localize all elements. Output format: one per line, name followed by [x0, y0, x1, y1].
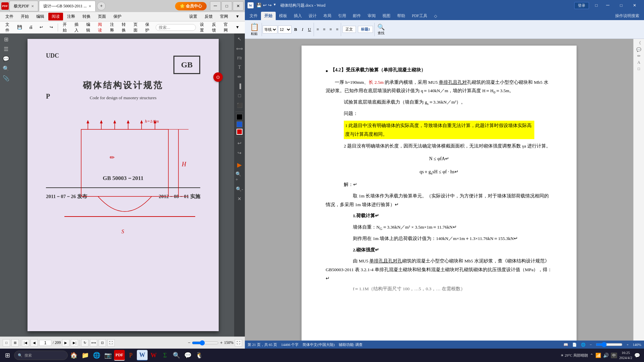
pdf-sidebar-thumbnail[interactable]: ⊞: [4, 36, 8, 43]
pdf-fullscreen[interactable]: ⛶: [107, 339, 115, 347]
word-tab-insert[interactable]: 插入: [290, 12, 305, 20]
pdf-menu-settings[interactable]: 设置: [186, 13, 201, 20]
taskbar-powerpoint[interactable]: P: [125, 350, 136, 361]
word-font-size[interactable]: 12 14 16: [278, 25, 291, 34]
pdf-close-btn[interactable]: ✕: [233, 1, 244, 11]
word-align-right[interactable]: ≡: [328, 26, 333, 33]
pdf-tool-file[interactable]: 文件: [3, 21, 13, 34]
word-justify[interactable]: ≡: [334, 26, 340, 33]
word-find-btn[interactable]: 🔍 查找: [375, 23, 387, 36]
pdf-menu-page[interactable]: 页面: [95, 13, 109, 20]
pdf-search-input[interactable]: [156, 24, 196, 31]
word-tab-mail[interactable]: 邮件: [350, 12, 364, 20]
pdf-anno-pen[interactable]: ✏: [236, 73, 243, 81]
pdf-tool-redo[interactable]: ↪: [47, 24, 56, 31]
pdf-sidebar-bookmarks[interactable]: ☰: [4, 46, 8, 52]
word-align-center[interactable]: ≡: [321, 26, 327, 33]
pdf-first-page[interactable]: |◀: [22, 339, 29, 347]
taskbar-home[interactable]: 🏠: [68, 350, 79, 361]
word-sidebar-comments-btn[interactable]: 💬: [636, 47, 641, 52]
word-save-btn[interactable]: 💾: [256, 3, 262, 8]
pdf-color-blue[interactable]: [236, 121, 243, 127]
pdf-tool-undo[interactable]: ↩: [37, 24, 46, 31]
pdf-last-page[interactable]: ▶|: [71, 339, 78, 347]
pdf-web-btn[interactable]: 官网: [221, 21, 231, 34]
word-tab-pdf[interactable]: PDF工具: [409, 12, 431, 20]
pdf-anno-close[interactable]: ✕: [236, 195, 243, 203]
pdf-menu-annotate[interactable]: 注释: [64, 13, 78, 20]
word-zoom-slider[interactable]: [596, 342, 623, 347]
taskbar-search2[interactable]: 🔍: [171, 350, 182, 361]
word-tab-layout[interactable]: 布局: [320, 12, 335, 20]
pdf-rotate[interactable]: ↻: [81, 339, 89, 347]
word-italic-btn[interactable]: I: [300, 26, 305, 33]
word-login-btn[interactable]: 登录: [574, 2, 589, 9]
word-tab-template[interactable]: 模板: [276, 12, 290, 20]
pdf-tool-protect[interactable]: 保护: [143, 21, 153, 34]
pdf-menu-feedback[interactable]: 反馈: [201, 13, 216, 20]
taskbar-wps[interactable]: W: [148, 350, 159, 361]
pdf-panel-toggle[interactable]: ▶: [237, 161, 242, 169]
pdf-sidebar-attach[interactable]: 📎: [3, 75, 9, 81]
pdf-anno-expand[interactable]: ⟺: [235, 45, 244, 53]
pdf-page-input[interactable]: [39, 340, 51, 346]
pdf-share-btn[interactable]: ⊙: [213, 72, 223, 82]
taskbar-files[interactable]: 📁: [80, 350, 91, 361]
pdf-anno-text[interactable]: T: [237, 63, 243, 71]
tray-icons[interactable]: ⌃: [590, 353, 593, 358]
taskbar-wechat[interactable]: 💬: [182, 350, 193, 361]
pdf-next-page[interactable]: ▶: [62, 339, 69, 347]
pdf-sidebar-search[interactable]: 🔍: [3, 65, 9, 72]
pdf-feedback-btn[interactable]: 反馈: [209, 21, 220, 34]
pdf-tool-insert[interactable]: 插入: [72, 21, 82, 34]
word-search-help[interactable]: 操作说明搜索: [612, 12, 643, 20]
taskbar-capture[interactable]: 📷: [103, 350, 113, 361]
pdf-tab-1-close[interactable]: ✕: [31, 4, 34, 8]
volume-icon[interactable]: 🔊: [603, 353, 609, 358]
word-maximize-btn[interactable]: □: [614, 1, 628, 10]
word-sidebar-pen[interactable]: ✏: [637, 54, 641, 59]
taskbar-search[interactable]: 🔍 搜索: [14, 351, 68, 360]
pdf-more-btn[interactable]: ▼: [233, 24, 242, 31]
pdf-tool-save[interactable]: 💾: [14, 24, 25, 31]
network-icon[interactable]: 📶: [595, 353, 601, 358]
pdf-maximize-btn[interactable]: □: [221, 1, 232, 11]
vip-button[interactable]: 🌟 会员中心: [175, 2, 207, 10]
pdf-tool-note[interactable]: 注释: [107, 21, 118, 34]
pdf-new-tab[interactable]: +: [97, 2, 106, 10]
pdf-menu-edit[interactable]: 编辑: [33, 13, 48, 20]
word-view-read[interactable]: 📖: [564, 343, 568, 347]
word-sidebar-shape[interactable]: □: [638, 66, 640, 71]
pdf-tab-2-close[interactable]: ✕: [89, 4, 91, 8]
pdf-tool-print[interactable]: 🖨: [26, 24, 36, 31]
word-doc-area[interactable]: ■ 【4.2】受压承载力验算（单排孔混凝土砌块） 一厚 h=190mm、长 2.…: [245, 39, 633, 341]
word-view-web[interactable]: 🌐: [581, 343, 586, 347]
pdf-anno-shape[interactable]: □: [237, 92, 242, 100]
word-zoom-in-btn[interactable]: +: [627, 343, 629, 347]
word-sidebar-highlight[interactable]: A: [637, 60, 640, 65]
pdf-zoom-out-btn[interactable]: −: [188, 340, 191, 346]
pdf-tab-1[interactable]: 极光PDF ✕: [9, 1, 38, 11]
pdf-anno-zoom-out[interactable]: 🔍-: [234, 185, 245, 193]
pdf-tool-edit2[interactable]: 编辑: [84, 21, 94, 34]
word-zoom-out-btn[interactable]: −: [590, 343, 592, 347]
taskbar-word[interactable]: W: [137, 350, 148, 361]
pdf-fit-page[interactable]: ⊡: [99, 339, 106, 347]
pdf-menu-extra[interactable]: ▼: [232, 13, 243, 20]
word-sidebar-expand[interactable]: 《: [637, 40, 641, 46]
word-paste-btn[interactable]: 📋 粘贴: [248, 22, 261, 37]
word-close-btn[interactable]: ✕: [628, 1, 641, 10]
taskbar-pdf-reader[interactable]: PDF: [114, 350, 125, 361]
input-method[interactable]: 中: [611, 353, 617, 358]
word-minimize-btn[interactable]: ─: [601, 1, 614, 10]
word-font-family[interactable]: 等线 宋体 黑体: [263, 25, 277, 34]
pdf-anno-cursor[interactable]: ↖: [236, 35, 243, 43]
word-tab-home[interactable]: 开始: [261, 12, 276, 20]
pdf-menu-web[interactable]: 官网: [217, 13, 231, 20]
pdf-anno-redo[interactable]: ↪: [236, 149, 243, 157]
notification-center[interactable]: 💬: [634, 353, 640, 358]
pdf-anno-zoom-in[interactable]: 🔍+: [234, 170, 245, 184]
pdf-tool-open[interactable]: 开始: [60, 21, 70, 34]
pdf-menu-protect[interactable]: 保护: [110, 13, 125, 20]
start-button[interactable]: ⊞: [1, 349, 13, 361]
